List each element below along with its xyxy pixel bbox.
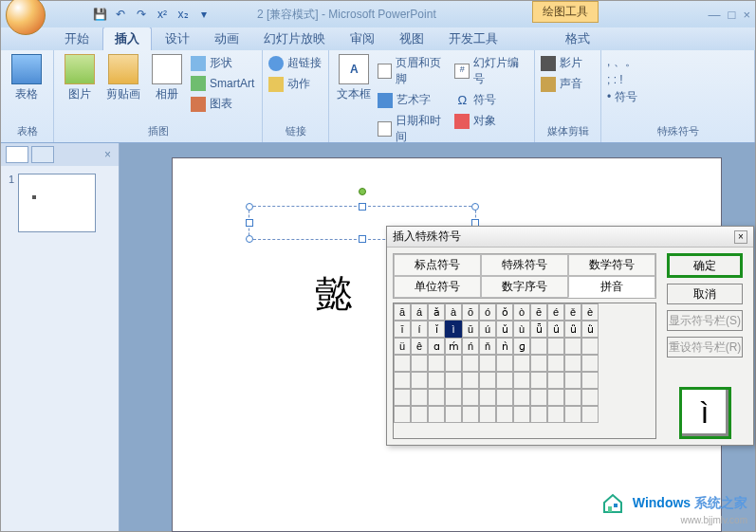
- slides-tab[interactable]: [6, 146, 28, 163]
- cat-punct[interactable]: 标点符号: [394, 254, 481, 276]
- char-cell[interactable]: ɡ: [513, 338, 530, 355]
- handle-w[interactable]: [246, 219, 253, 227]
- char-cell[interactable]: [564, 389, 581, 406]
- char-cell[interactable]: [445, 389, 462, 406]
- char-cell[interactable]: [513, 406, 530, 423]
- cat-unit[interactable]: 单位符号: [394, 276, 481, 298]
- char-cell[interactable]: [479, 389, 496, 406]
- minimize-icon[interactable]: —: [709, 8, 721, 22]
- action-button[interactable]: 动作: [268, 75, 322, 93]
- char-cell[interactable]: [564, 355, 581, 372]
- panel-close-icon[interactable]: ×: [104, 148, 111, 161]
- dialog-close-icon[interactable]: ×: [734, 230, 747, 244]
- char-cell[interactable]: [428, 372, 445, 389]
- redo-icon[interactable]: ↷: [134, 7, 149, 22]
- char-cell[interactable]: ā: [394, 303, 411, 321]
- char-cell[interactable]: á: [411, 303, 428, 321]
- char-cell[interactable]: [445, 372, 462, 389]
- hyperlink-button[interactable]: 超链接: [268, 54, 322, 72]
- cat-pinyin[interactable]: 拼音: [568, 276, 655, 298]
- char-cell[interactable]: [547, 338, 564, 355]
- object-button[interactable]: 对象: [454, 112, 528, 130]
- char-cell[interactable]: ń: [462, 338, 479, 355]
- handle-sw[interactable]: [246, 235, 253, 243]
- char-cell[interactable]: [394, 355, 411, 372]
- char-cell[interactable]: ḿ: [445, 338, 462, 355]
- char-cell[interactable]: [479, 372, 496, 389]
- char-cell[interactable]: [530, 389, 547, 406]
- char-cell[interactable]: [428, 389, 445, 406]
- char-cell[interactable]: ü: [394, 338, 411, 355]
- char-cell[interactable]: ǎ: [428, 303, 445, 321]
- char-cell[interactable]: [445, 355, 462, 372]
- symbol-button[interactable]: Ω符号: [454, 91, 528, 109]
- char-cell[interactable]: [513, 355, 530, 372]
- clipart-button[interactable]: 剪贴画: [103, 54, 143, 102]
- qat-x2sub-icon[interactable]: x₂: [175, 7, 191, 22]
- char-cell[interactable]: [428, 406, 445, 423]
- char-cell[interactable]: é: [547, 303, 564, 321]
- char-cell[interactable]: [530, 372, 547, 389]
- tab-design[interactable]: 设计: [154, 28, 201, 50]
- char-cell[interactable]: [445, 406, 462, 423]
- textbox-button[interactable]: A文本框: [335, 54, 374, 102]
- datetime-button[interactable]: 日期和时间: [378, 112, 452, 146]
- tab-view[interactable]: 视图: [388, 28, 435, 50]
- cancel-button[interactable]: 取消: [667, 284, 743, 304]
- char-cell[interactable]: ē: [530, 303, 547, 321]
- char-cell[interactable]: ǔ: [496, 321, 513, 338]
- char-cell[interactable]: ī: [394, 321, 411, 338]
- char-cell[interactable]: [581, 372, 599, 389]
- char-cell[interactable]: [496, 372, 513, 389]
- char-cell[interactable]: ō: [462, 303, 479, 321]
- char-cell[interactable]: [496, 406, 513, 423]
- sym-row1[interactable]: , 、。: [607, 54, 637, 70]
- tab-slideshow[interactable]: 幻灯片放映: [252, 28, 337, 50]
- dialog-titlebar[interactable]: 插入特殊符号 ×: [387, 227, 753, 248]
- qat-more-icon[interactable]: ▾: [196, 7, 212, 22]
- handle-n[interactable]: [359, 203, 366, 211]
- rotate-handle[interactable]: [359, 188, 366, 195]
- char-cell[interactable]: ɑ: [428, 338, 445, 355]
- wordart-button[interactable]: 艺术字: [378, 91, 452, 109]
- char-cell[interactable]: ò: [513, 303, 530, 321]
- char-cell[interactable]: ì: [445, 321, 462, 338]
- smartart-button[interactable]: SmartArt: [191, 75, 254, 92]
- cat-special[interactable]: 特殊符号: [481, 254, 568, 276]
- char-cell[interactable]: ó: [479, 303, 496, 321]
- char-cell[interactable]: à: [445, 303, 462, 321]
- char-cell[interactable]: [530, 355, 547, 372]
- char-cell[interactable]: [581, 338, 599, 355]
- cat-numseq[interactable]: 数字序号: [481, 276, 568, 298]
- char-cell[interactable]: ê: [411, 338, 428, 355]
- char-cell[interactable]: ň: [479, 338, 496, 355]
- char-cell[interactable]: [564, 406, 581, 423]
- ok-button[interactable]: 确定: [667, 253, 743, 278]
- char-cell[interactable]: [411, 406, 428, 423]
- char-cell[interactable]: ǖ: [530, 321, 547, 338]
- char-cell[interactable]: ě: [564, 303, 581, 321]
- tab-format[interactable]: 格式: [554, 28, 601, 50]
- cat-math[interactable]: 数学符号: [568, 254, 655, 276]
- undo-icon[interactable]: ↶: [113, 7, 128, 22]
- slidenum-button[interactable]: #幻灯片编号: [454, 54, 528, 88]
- album-button[interactable]: 相册: [147, 54, 187, 102]
- char-cell[interactable]: [479, 355, 496, 372]
- char-cell[interactable]: [547, 372, 564, 389]
- char-cell[interactable]: [530, 338, 547, 355]
- slide-thumb-1[interactable]: 1: [9, 174, 111, 232]
- handle-ne[interactable]: [471, 203, 479, 211]
- char-cell[interactable]: [564, 338, 581, 355]
- char-cell[interactable]: [547, 389, 564, 406]
- char-cell[interactable]: [564, 372, 581, 389]
- tab-insert[interactable]: 插入: [102, 27, 152, 50]
- char-cell[interactable]: ǘ: [547, 321, 564, 338]
- shapes-button[interactable]: 形状: [191, 54, 254, 72]
- save-icon[interactable]: 💾: [92, 7, 107, 22]
- char-cell[interactable]: [547, 406, 564, 423]
- showbar-button[interactable]: 显示符号栏(S): [667, 310, 743, 331]
- char-cell[interactable]: [496, 355, 513, 372]
- char-cell[interactable]: [394, 406, 411, 423]
- char-cell[interactable]: [581, 406, 599, 423]
- char-cell[interactable]: [513, 372, 530, 389]
